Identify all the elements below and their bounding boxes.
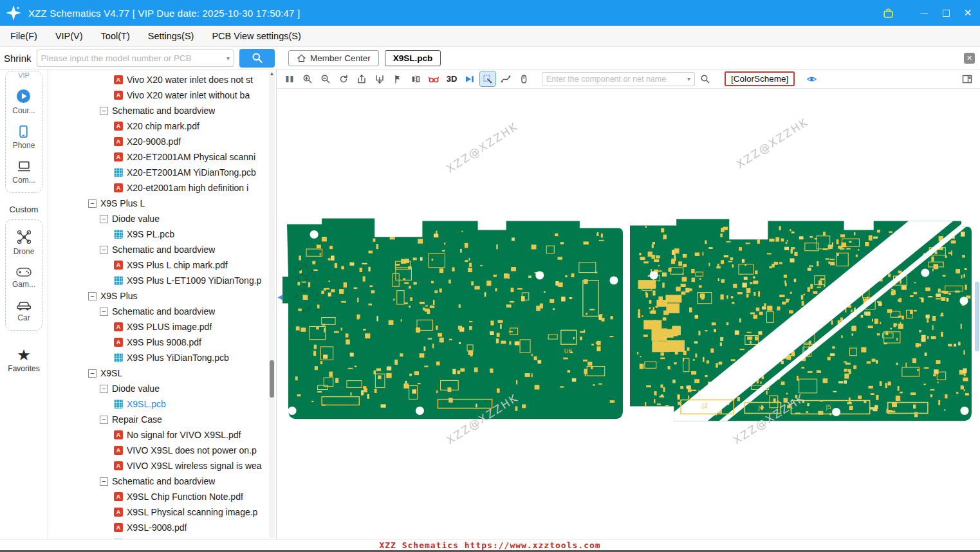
window-minimize-button[interactable]: ─: [913, 3, 935, 23]
zoom-in-icon[interactable]: [300, 71, 315, 86]
layer-glasses-icon[interactable]: [426, 71, 441, 86]
sidebar-item-games[interactable]: Gam...: [12, 266, 35, 289]
tree-item[interactable]: AVIVO X9SL does not power on.p: [48, 443, 276, 458]
collapse-toggle-icon[interactable]: −: [100, 477, 108, 486]
menu-pcb-view-settings[interactable]: PCB View settings(S): [212, 31, 300, 41]
tree-item[interactable]: AX9SL Chip Function Note.pdf: [48, 489, 276, 504]
pcb-board-view[interactable]: U6J3J4J5XZZ@XZZHKXZZ@XZZHKXZZ@XZZHKXZZ@X…: [277, 89, 980, 539]
tree-item[interactable]: AX9S PLUS image.pdf: [48, 319, 276, 335]
tree-item[interactable]: AVIVO X9SL wireless signal is wea: [48, 458, 276, 474]
mirror-icon[interactable]: [408, 71, 423, 86]
chevron-down-icon[interactable]: ▾: [227, 55, 230, 62]
shrink-button[interactable]: Shrink: [4, 53, 32, 64]
tree-scrollbar[interactable]: ▲: [269, 71, 275, 538]
collapse-toggle-icon[interactable]: −: [100, 308, 108, 316]
menu-settings[interactable]: Settings(S): [148, 31, 194, 41]
collapse-toggle-icon[interactable]: −: [100, 385, 108, 393]
sidebar-item-phone[interactable]: Phone: [13, 125, 35, 150]
tree-item[interactable]: AX20-9008.pdf: [48, 134, 276, 149]
measure-curve-icon[interactable]: [498, 71, 513, 86]
tree-item[interactable]: −X9S Plus L: [48, 196, 276, 211]
chevron-down-icon[interactable]: ▾: [687, 75, 690, 82]
menu-tool[interactable]: Tool(T): [101, 31, 130, 41]
collapse-toggle-icon[interactable]: −: [100, 107, 108, 115]
sidebar-item-favorites[interactable]: ★ Favorites: [8, 347, 39, 373]
model-search-combo[interactable]: ▾: [37, 50, 234, 67]
canvas-vertical-scrollbar[interactable]: [975, 282, 979, 351]
probe-flag-icon[interactable]: [390, 71, 405, 86]
colorscheme-button[interactable]: [ColorScheme]: [725, 71, 795, 86]
tree-item[interactable]: −X9S Plus: [48, 288, 276, 304]
component-search-icon[interactable]: [698, 71, 713, 86]
sidebar-item-course[interactable]: Cour...: [12, 89, 35, 115]
view-3d-button[interactable]: 3D: [444, 71, 459, 86]
collapse-toggle-icon[interactable]: −: [88, 292, 97, 300]
tree-item[interactable]: X9S Plus L-ET1009 YiDianTong.p: [48, 273, 276, 288]
collapse-toggle-icon[interactable]: −: [100, 416, 108, 424]
sidebar-item-computer[interactable]: Com...: [12, 160, 35, 185]
flip-bottom-icon[interactable]: [372, 71, 387, 86]
tree-item-label: X9S Plus: [100, 291, 138, 301]
component-search-input[interactable]: [546, 75, 685, 84]
tab-x9sl-pcb[interactable]: X9SL.pcb: [385, 50, 441, 66]
tree-item[interactable]: AX9S Plus L chip mark.pdf: [48, 257, 276, 273]
collapse-tree-arrow-icon[interactable]: ◀: [277, 293, 282, 300]
tree-item[interactable]: −Schematic and boardview: [48, 242, 276, 257]
tree-item[interactable]: −Diode value: [48, 381, 276, 396]
window-maximize-button[interactable]: [935, 3, 957, 23]
zoom-out-icon[interactable]: [318, 71, 333, 86]
tree-item[interactable]: X9S PL.pcb: [48, 226, 276, 242]
tree-item[interactable]: AX9S Plus 9008.pdf: [48, 335, 276, 350]
split-view-icon[interactable]: [282, 71, 297, 86]
menu-vip[interactable]: VIP(V): [55, 31, 83, 41]
tree-item-label: X9S PLUS image.pdf: [127, 322, 212, 332]
tree-item-label: X9SL: [100, 368, 122, 378]
window-close-button[interactable]: ✕: [957, 3, 979, 23]
tree-item[interactable]: X9SL.pcb: [48, 396, 276, 412]
component-search-combo[interactable]: ▾: [542, 72, 695, 86]
menu-file[interactable]: File(F): [10, 31, 37, 41]
tree-item[interactable]: X9SL-PD1616 YiDianTong.pcb: [48, 535, 276, 539]
tab-member-center[interactable]: Member Center: [288, 50, 379, 66]
visibility-eye-icon[interactable]: [804, 71, 819, 86]
pan-mouse-icon[interactable]: [516, 71, 532, 86]
right-panel-toggle-icon[interactable]: [959, 71, 975, 86]
tree-item-label: Repair Case: [112, 414, 162, 425]
sidebar-item-drone[interactable]: Drone: [14, 230, 35, 256]
tree-item-label: Schematic and boardview: [112, 306, 215, 317]
next-layer-arrow-icon[interactable]: [462, 71, 477, 86]
shop-bag-icon[interactable]: [877, 3, 899, 23]
tree-item[interactable]: −Repair Case: [48, 412, 276, 427]
model-search-input[interactable]: [41, 53, 224, 63]
tree-item[interactable]: AVivo X20 water inlet without ba: [48, 87, 276, 103]
svg-text:J4: J4: [757, 405, 764, 411]
tree-item[interactable]: AX20-ET2001AM Physical scanni: [48, 149, 276, 165]
flip-top-icon[interactable]: [354, 71, 369, 86]
tree-item[interactable]: −X9SL: [48, 365, 276, 381]
tree-item[interactable]: −Schematic and boardview: [48, 103, 276, 118]
tree-item[interactable]: −Diode value: [48, 211, 276, 226]
close-panel-icon[interactable]: ✕: [964, 53, 975, 64]
collapse-toggle-icon[interactable]: −: [88, 199, 97, 208]
model-search-button[interactable]: [239, 49, 275, 68]
collapse-toggle-icon[interactable]: −: [100, 246, 108, 254]
tree-item[interactable]: AX20 chip mark.pdf: [48, 118, 276, 134]
tree-item[interactable]: AX9SL-9008.pdf: [48, 520, 276, 535]
tree-item[interactable]: −Schematic and boardview: [48, 304, 276, 319]
sidebar-item-car[interactable]: Car: [16, 299, 32, 322]
refresh-icon[interactable]: [336, 71, 351, 86]
tree-item[interactable]: X9S Plus YiDianTong.pcb: [48, 350, 276, 365]
tree-scrollbar-thumb[interactable]: [270, 360, 274, 398]
select-pen-icon[interactable]: [480, 71, 495, 86]
scroll-up-icon[interactable]: ▲: [269, 71, 275, 77]
pcb-canvas[interactable]: U6J3J4J5XZZ@XZZHKXZZ@XZZHKXZZ@XZZHKXZZ@X…: [277, 89, 980, 539]
collapse-toggle-icon[interactable]: −: [88, 369, 97, 378]
tree-item[interactable]: X20-ET2001AM YiDianTong.pcb: [48, 165, 276, 180]
tree-item-label: X20-ET2001AM YiDianTong.pcb: [127, 167, 256, 178]
tree-item[interactable]: AX20-et2001am high definition i: [48, 180, 276, 196]
tree-item[interactable]: ANo signal for VIVO X9SL.pdf: [48, 427, 276, 443]
tree-item[interactable]: −Schematic and boardview: [48, 474, 276, 489]
tree-item[interactable]: AVivo X20 water inlet does not st: [48, 72, 276, 87]
collapse-toggle-icon[interactable]: −: [100, 215, 108, 223]
tree-item[interactable]: AX9SL Physical scanning image.p: [48, 504, 276, 520]
